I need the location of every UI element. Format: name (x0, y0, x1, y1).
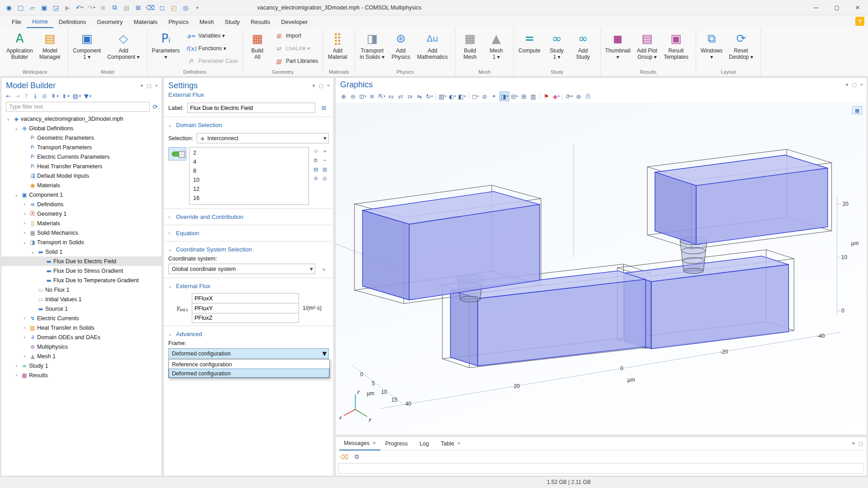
expander-icon[interactable]: › (21, 316, 28, 321)
view-yz-icon[interactable]: yz (396, 91, 405, 101)
pin-icon[interactable]: ⌖ (860, 82, 863, 88)
part-libraries-button[interactable]: ▥ Part Libraries (272, 56, 320, 66)
copy-icon[interactable]: ⧉ (109, 2, 120, 13)
float-icon[interactable]: ▢ (147, 83, 151, 89)
label-input[interactable] (187, 103, 315, 113)
maximize-button[interactable]: ▢ (826, 0, 847, 15)
find-icon[interactable]: ◎ (180, 2, 191, 13)
thumbnail-button[interactable]: ◼ Thumbnail ▾ (602, 29, 633, 68)
functions-button[interactable]: f(x) Functions ▾ (185, 43, 240, 54)
domain-list-item[interactable]: 4 (190, 157, 308, 166)
rename-icon[interactable]: ⊞ (319, 103, 329, 113)
flux-field-input[interactable] (192, 313, 299, 323)
pin-icon[interactable]: ⌖ (327, 83, 330, 89)
active-toggle[interactable] (168, 147, 186, 161)
select-box-icon[interactable]: ◻ ▾ (471, 91, 480, 101)
domain-list[interactable]: 248101216 (189, 147, 309, 205)
section-domain-selection[interactable]: ⌄ Domain Selection (164, 119, 333, 131)
collapse-all-icon[interactable]: ⇞ ▾ (51, 93, 59, 99)
delete-icon[interactable]: ⌫ (145, 2, 156, 13)
build-mesh-button[interactable]: ▦ Build Mesh (457, 29, 483, 68)
tree-node[interactable]: Pᵢ Transport Parameters (1, 142, 161, 152)
menu-tab[interactable]: Home (27, 15, 53, 28)
livelink-button[interactable]: ⇄ LiveLink ▾ (272, 43, 320, 54)
menu-arrow-icon[interactable]: ▾ (313, 83, 315, 89)
domain-list-item[interactable]: 8 (190, 166, 308, 175)
domain-list-item[interactable]: 16 (190, 194, 308, 203)
forward-icon[interactable]: → (15, 93, 21, 99)
expander-icon[interactable]: ⌄ (13, 126, 20, 131)
redo-icon[interactable]: ↷ ▾ (86, 2, 97, 13)
info-tab[interactable]: Messages ✕ (339, 437, 380, 450)
expander-icon[interactable]: › (21, 202, 28, 207)
tree-node[interactable]: ⌄ ▬ Solid 1 (1, 247, 161, 256)
zoom-box-icon[interactable]: ⧈ (368, 91, 377, 101)
application-builder-button[interactable]: A Application Builder (4, 29, 36, 68)
frame-option[interactable]: Deformed configuration (169, 369, 329, 378)
menu-arrow-icon[interactable]: ▾ (852, 441, 855, 446)
move-down-icon[interactable]: ↓ (33, 93, 39, 99)
tree-node[interactable]: › ▦ Solid Mechanics (1, 228, 161, 237)
info-tab[interactable]: Log (415, 437, 436, 450)
results-while-solving-icon[interactable]: ◨ ▾ (499, 91, 510, 101)
new-file-icon[interactable]: ▢ (15, 2, 26, 13)
info-tab[interactable]: Progress (380, 437, 415, 450)
refresh-view-icon[interactable]: ⟳ ▾ (564, 91, 574, 101)
tree-node[interactable]: › ≡ Definitions (1, 199, 161, 209)
add-physics-button[interactable]: ⊛ Add Physics (388, 29, 413, 68)
info-tab[interactable]: Table ✕ (436, 437, 465, 450)
variables-button[interactable]: a= Variables ▾ (185, 30, 240, 41)
menu-tab[interactable]: Developer (275, 15, 313, 28)
reset-desktop-button[interactable]: ⟳ Reset Desktop ▾ (726, 29, 756, 68)
selection-dropdown[interactable]: ◈ Interconnect ▼ (197, 133, 329, 143)
cut-icon[interactable]: ⊗ (98, 2, 109, 13)
tree-node[interactable]: ▭ Initial Values 1 (1, 294, 161, 304)
add-mathematics-button[interactable]: Δu Add Mathematics (414, 29, 451, 68)
view-xy-icon[interactable]: xy (387, 91, 396, 101)
add-plot-group-button[interactable]: ▤ Add Plot Group ▾ (634, 29, 660, 68)
study-1-button[interactable]: ∞ Study 1 ▾ (544, 29, 569, 68)
comsol-logo-icon[interactable]: ◉ (4, 2, 14, 13)
go-to-default-view-icon[interactable]: ⇱ ▾ (377, 91, 386, 101)
import-button[interactable]: ⊞ Import (272, 30, 320, 41)
paste-icon[interactable]: ▤ (121, 2, 132, 13)
tree-filter-input[interactable] (6, 102, 150, 112)
mirror-view-icon[interactable]: ⇋ (415, 91, 424, 101)
table-view-icon[interactable]: ▥ (529, 91, 538, 101)
divider[interactable] (540, 93, 540, 100)
zoom-in-icon[interactable]: ⊕ (339, 91, 348, 101)
expander-icon[interactable]: › (13, 373, 20, 378)
clear-selection-icon[interactable]: ⊘ (312, 174, 320, 182)
section-override[interactable]: › Override and Contribution (164, 211, 333, 223)
float-icon[interactable]: ▢ (318, 83, 323, 89)
new-selection-icon[interactable]: ⊹ (312, 147, 320, 155)
domain-list-item[interactable]: 12 (190, 185, 308, 194)
select-box-icon[interactable]: ◻ (157, 2, 168, 13)
tree-node[interactable]: › ▧ Heat Transfer in Solids (1, 323, 161, 332)
tree-node[interactable]: ⊛ Multiphysics (1, 342, 161, 351)
close-tab-icon[interactable]: ✕ (457, 441, 460, 446)
menu-tab[interactable]: Definitions (53, 15, 92, 28)
menu-tab[interactable]: Materials (128, 15, 163, 28)
tree-node[interactable]: ⌄ ⊕ Global Definitions (1, 123, 161, 133)
tree-node[interactable]: ⌄ ▣ Component 1 (1, 190, 161, 199)
deselect-icon[interactable]: ⊘ (480, 91, 489, 101)
messages-content[interactable] (338, 463, 864, 474)
model-manager-button[interactable]: ▤ Model Manager (37, 29, 63, 68)
flux-field-input[interactable] (192, 293, 299, 303)
node-text-icon[interactable]: ▤ ▾ (72, 93, 81, 99)
menu-tab[interactable]: Geometry (91, 15, 128, 28)
component-1-button[interactable]: ▣ Component 1 ▾ (70, 29, 104, 68)
view-zx-icon[interactable]: zx (406, 91, 415, 101)
close-tab-icon[interactable]: ✕ (372, 441, 376, 445)
tree-node[interactable]: › ↯ Electric Currents (1, 313, 161, 323)
add-material-button[interactable]: ⣿ Add Material (325, 29, 350, 68)
filter-icon[interactable]: ▼ ▾ (84, 93, 91, 99)
clear-messages-icon[interactable]: ⌫ (339, 452, 349, 462)
refresh-icon[interactable]: ⟳ (152, 103, 158, 110)
parameter-case-button[interactable]: Pᵢ Parameter Case (185, 56, 240, 66)
copy-selection-icon[interactable]: ⧉ (312, 156, 320, 164)
undo-icon[interactable]: ↶ ▾ (74, 2, 85, 13)
divider[interactable] (469, 93, 469, 100)
section-external-flux[interactable]: ⌄ External Flux (164, 280, 333, 292)
